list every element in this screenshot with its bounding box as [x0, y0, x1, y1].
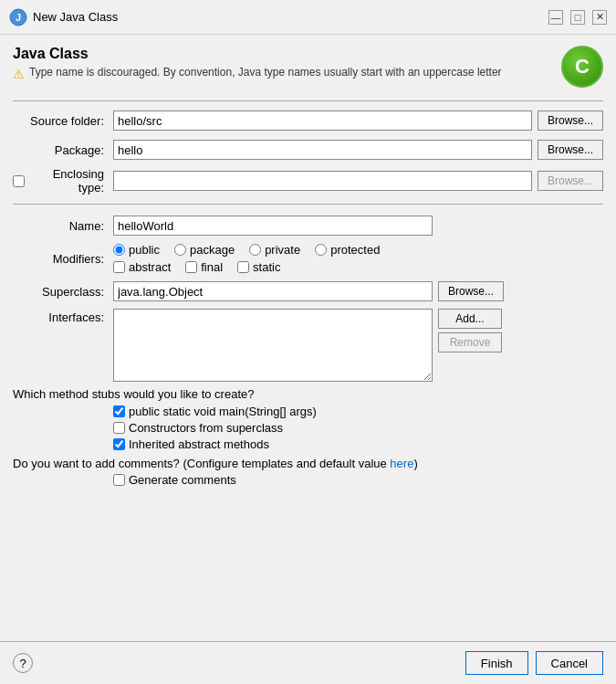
- dialog-header-left: Java Class ⚠ Type name is discouraged. B…: [13, 46, 502, 81]
- public-radio[interactable]: [113, 244, 125, 256]
- finish-button[interactable]: Finish: [465, 651, 528, 675]
- name-input[interactable]: [113, 216, 433, 236]
- abstract-checkbox[interactable]: [113, 261, 125, 273]
- source-folder-row: Source folder: Browse...: [13, 109, 603, 132]
- stub-main-label[interactable]: public static void main(String[] args): [113, 405, 603, 418]
- java-icon: J: [9, 8, 27, 26]
- modifiers-label: Modifiers:: [13, 252, 113, 266]
- superclass-label: Superclass:: [13, 285, 113, 299]
- warning-message: ⚠ Type name is discouraged. By conventio…: [13, 66, 502, 81]
- public-radio-label[interactable]: public: [113, 243, 160, 257]
- enclosing-type-input[interactable]: [113, 171, 532, 191]
- title-bar: J New Java Class — □ ✕: [0, 0, 616, 35]
- final-checkbox-label[interactable]: final: [185, 260, 223, 274]
- interfaces-section: Interfaces: Add... Remove: [13, 309, 603, 382]
- close-button[interactable]: ✕: [592, 10, 607, 25]
- stub-inherited-checkbox[interactable]: [113, 438, 125, 450]
- comments-text: Do you want to add comments? (Configure …: [13, 457, 603, 470]
- warning-text: Type name is discouraged. By convention,…: [29, 66, 502, 79]
- dialog-header: Java Class ⚠ Type name is discouraged. B…: [13, 46, 603, 88]
- stubs-section: Which method stubs would you like to cre…: [13, 387, 603, 451]
- cancel-button[interactable]: Cancel: [536, 651, 603, 675]
- other-modifiers-row: abstract final static: [113, 260, 380, 274]
- superclass-browse-button[interactable]: Browse...: [438, 281, 504, 301]
- title-bar-title: New Java Class: [33, 10, 118, 24]
- title-bar-left: J New Java Class: [9, 8, 118, 26]
- generate-comments-label[interactable]: Generate comments: [113, 473, 603, 487]
- stubs-options: public static void main(String[] args) C…: [113, 405, 603, 451]
- footer-right: Finish Cancel: [465, 651, 603, 675]
- stubs-title: Which method stubs would you like to cre…: [13, 387, 603, 401]
- enclosing-type-row: Enclosing type: Browse...: [13, 167, 603, 195]
- dialog-footer: ? Finish Cancel: [0, 641, 616, 684]
- maximize-button[interactable]: □: [570, 10, 585, 25]
- interfaces-remove-button[interactable]: Remove: [438, 332, 502, 353]
- title-bar-controls: — □ ✕: [548, 10, 607, 25]
- static-checkbox[interactable]: [237, 261, 249, 273]
- interfaces-buttons: Add... Remove: [438, 309, 502, 353]
- help-button[interactable]: ?: [13, 653, 33, 673]
- stub-main-checkbox[interactable]: [113, 405, 125, 417]
- enclosing-type-checkbox-label[interactable]: Enclosing type:: [13, 167, 104, 195]
- package-row: Package: Browse...: [13, 138, 603, 162]
- footer-left: ?: [13, 653, 33, 673]
- stub-constructors-checkbox[interactable]: [113, 422, 125, 434]
- package-browse-button[interactable]: Browse...: [538, 140, 603, 160]
- package-radio-label[interactable]: package: [174, 243, 235, 257]
- private-radio-label[interactable]: private: [249, 243, 300, 257]
- dialog-body: Java Class ⚠ Type name is discouraged. B…: [0, 35, 616, 641]
- svg-text:J: J: [16, 12, 21, 23]
- name-row: Name:: [13, 214, 603, 237]
- warning-icon: ⚠: [13, 67, 25, 81]
- package-radio[interactable]: [174, 244, 186, 256]
- package-label: Package:: [13, 143, 113, 157]
- header-divider: [13, 100, 603, 101]
- source-folder-input[interactable]: [113, 110, 532, 131]
- package-input[interactable]: [113, 140, 532, 160]
- modifiers-section: public package private protected: [113, 243, 380, 274]
- generate-comments-checkbox[interactable]: [113, 474, 125, 486]
- interfaces-textarea[interactable]: [113, 309, 433, 382]
- superclass-input[interactable]: [113, 281, 433, 301]
- modifiers-row: Modifiers: public package private: [13, 243, 603, 274]
- source-folder-browse-button[interactable]: Browse...: [538, 110, 603, 131]
- comments-link[interactable]: here: [390, 457, 413, 470]
- source-folder-label: Source folder:: [13, 114, 113, 128]
- comments-options: Generate comments: [113, 473, 603, 487]
- visibility-modifiers-row: public package private protected: [113, 243, 380, 257]
- stub-constructors-label[interactable]: Constructors from superclass: [113, 421, 603, 435]
- static-checkbox-label[interactable]: static: [237, 260, 280, 274]
- protected-radio-label[interactable]: protected: [315, 243, 380, 257]
- stub-inherited-label[interactable]: Inherited abstract methods: [113, 437, 603, 451]
- enclosing-type-label-cell: Enclosing type:: [13, 167, 113, 195]
- comments-section: Do you want to add comments? (Configure …: [13, 457, 603, 487]
- abstract-checkbox-label[interactable]: abstract: [113, 260, 171, 274]
- protected-radio[interactable]: [315, 244, 327, 256]
- enclosing-type-browse-button[interactable]: Browse...: [538, 171, 603, 191]
- dialog-title: Java Class: [13, 46, 502, 62]
- private-radio[interactable]: [249, 244, 261, 256]
- section-divider-1: [13, 204, 603, 205]
- enclosing-type-checkbox[interactable]: [13, 175, 25, 187]
- interfaces-label: Interfaces:: [13, 309, 113, 324]
- superclass-row: Superclass: Browse...: [13, 279, 603, 303]
- final-checkbox[interactable]: [185, 261, 197, 273]
- clojure-logo: C: [561, 46, 603, 88]
- name-label: Name:: [13, 219, 113, 233]
- interfaces-add-button[interactable]: Add...: [438, 309, 502, 329]
- form-section: Source folder: Browse... Package: Browse…: [13, 109, 603, 382]
- minimize-button[interactable]: —: [548, 10, 563, 25]
